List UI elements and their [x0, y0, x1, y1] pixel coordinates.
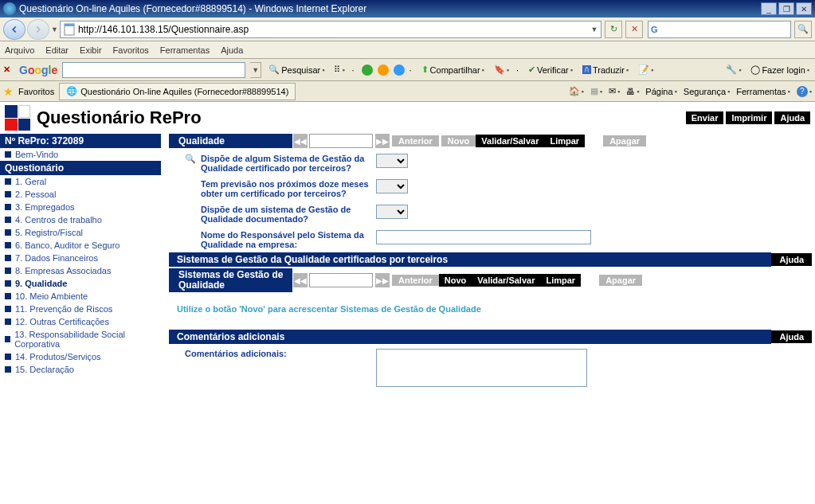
- question-row-1: 🔍Dispõe de algum Sistema de Gestão da Qu…: [169, 150, 812, 176]
- menu-editar[interactable]: Editar: [45, 45, 69, 55]
- question-input-4[interactable]: [376, 230, 591, 244]
- share-button[interactable]: ⬆Compartilhar▪: [419, 64, 487, 75]
- sidebar-item-2[interactable]: 2. Pessoal: [0, 188, 161, 201]
- send-button[interactable]: Enviar: [686, 111, 724, 124]
- menu-exibir[interactable]: Exibir: [80, 45, 102, 55]
- menu-ferramentas[interactable]: Ferramentas: [160, 45, 210, 55]
- browser-tab[interactable]: 🌐 Questionário On-line Aquiles (Forneced…: [59, 83, 296, 100]
- sgq-last-button[interactable]: ▶▶: [375, 273, 390, 287]
- qualidade-title: Qualidade: [169, 134, 292, 148]
- toolbar-close[interactable]: ✕: [3, 64, 14, 75]
- certificados-ajuda-button[interactable]: Ajuda: [771, 253, 812, 266]
- feeds-button[interactable]: ▦▪: [590, 86, 602, 96]
- dot-green-icon[interactable]: [362, 64, 373, 76]
- minimize-button[interactable]: _: [761, 2, 777, 15]
- certificados-title: Sistemas de Gestão da Qualidade certific…: [169, 252, 771, 267]
- sidebar-item-6[interactable]: 6. Banco, Auditor e Seguro: [0, 239, 161, 252]
- address-input[interactable]: [78, 21, 588, 37]
- google-search-input[interactable]: [62, 62, 245, 78]
- security-menu[interactable]: Segurança▪: [684, 87, 730, 96]
- first-record-button[interactable]: ◀◀: [293, 134, 308, 148]
- google-search-dropdown[interactable]: ▼: [250, 62, 261, 78]
- login-button[interactable]: ◯ Fazer login▪: [748, 64, 812, 75]
- close-button[interactable]: ✕: [796, 2, 812, 15]
- svg-rect-1: [65, 24, 74, 26]
- nav-toolbar: ▼ ▼ ↻ ✕ G 🔍: [0, 18, 815, 41]
- sgq-anterior-button[interactable]: Anterior: [392, 275, 439, 286]
- sgq-apagar-button[interactable]: Apagar: [599, 275, 642, 286]
- page-menu[interactable]: Página▪: [645, 87, 676, 96]
- sidebar-item-10[interactable]: 10. Meio Ambiente: [0, 290, 161, 303]
- novo-button[interactable]: Novo: [441, 135, 476, 147]
- sidebar-item-4[interactable]: 4. Centros de trabalho: [0, 213, 161, 226]
- comentarios-textarea[interactable]: [376, 349, 587, 387]
- print-page-button[interactable]: Imprimir: [726, 111, 772, 124]
- menu-favoritos[interactable]: Favoritos: [113, 45, 149, 55]
- dot-blue-icon[interactable]: [394, 64, 405, 76]
- address-dropdown[interactable]: ▼: [588, 25, 601, 33]
- toolbar-more[interactable]: ⠿ ▪: [331, 64, 347, 75]
- sidebar-item-3[interactable]: 3. Empregados: [0, 201, 161, 213]
- sidebar-item-13[interactable]: 13. Responsabilidade Social Corporativa: [0, 328, 161, 350]
- refresh-button[interactable]: ↻: [605, 21, 622, 38]
- question-row-4: Nome do Responsável pelo Sistema da Qual…: [169, 227, 812, 252]
- menu-ajuda[interactable]: Ajuda: [221, 45, 243, 55]
- sidebar-item-1[interactable]: 1. Geral: [0, 175, 161, 188]
- question-select-3[interactable]: [376, 205, 408, 219]
- sgq-limpar-button[interactable]: Limpar: [540, 274, 581, 287]
- limpar-button[interactable]: Limpar: [544, 135, 585, 147]
- sidebar-welcome[interactable]: Bem-Vindo: [0, 148, 161, 161]
- sidebar-item-14[interactable]: 14. Produtos/Serviços: [0, 350, 161, 363]
- sidebar-item-15[interactable]: 15. Declaração: [0, 363, 161, 376]
- restore-button[interactable]: ❐: [778, 2, 794, 15]
- sgq-first-button[interactable]: ◀◀: [293, 273, 308, 287]
- comentarios-row: Comentários adicionais:: [169, 344, 812, 390]
- repro-logo: [5, 105, 30, 131]
- sgq-novo-button[interactable]: Novo: [439, 274, 472, 287]
- google-search-button[interactable]: 🔍Pesquisar▪: [266, 64, 327, 75]
- anterior-button[interactable]: Anterior: [392, 135, 439, 147]
- favorites-label[interactable]: Favoritos: [18, 87, 54, 96]
- sidebar-item-5[interactable]: 5. Registro/Fiscal: [0, 226, 161, 239]
- help-menu[interactable]: ?▪: [797, 86, 812, 97]
- question-text: Dispõe de um sistema de Gestão de Qualid…: [201, 205, 376, 224]
- sidebar-item-11[interactable]: 11. Prevenção de Riscos: [0, 303, 161, 315]
- sidebar-item-9[interactable]: 9. Qualidade: [0, 277, 161, 290]
- wrench-button[interactable]: 🔧▪: [723, 64, 743, 75]
- window-title: Questionário On-line Aquiles (Fornecedor…: [19, 3, 761, 14]
- print-button[interactable]: 🖶▪: [626, 87, 639, 96]
- sgq-hint: Utilize o botão 'Novo' para acrescentar …: [169, 295, 812, 330]
- record-nav-input[interactable]: [309, 134, 373, 148]
- sgq-validar-button[interactable]: Validar/Salvar: [472, 274, 540, 287]
- dot-orange-icon[interactable]: [378, 64, 389, 76]
- autofill-button[interactable]: 📝▪: [636, 64, 656, 75]
- stop-button[interactable]: ✕: [625, 21, 643, 38]
- question-select-1[interactable]: [376, 154, 408, 168]
- translate-button[interactable]: 🅰Traduzir▪: [580, 65, 631, 75]
- sidebar-item-7[interactable]: 7. Dados Financeiros: [0, 252, 161, 264]
- mail-button[interactable]: ✉▪: [609, 86, 620, 96]
- sidebar-item-8[interactable]: 8. Empresas Associadas: [0, 264, 161, 277]
- page-icon: [63, 23, 76, 36]
- question-select-2[interactable]: [376, 179, 408, 193]
- help-page-button[interactable]: Ajuda: [774, 111, 810, 124]
- home-button[interactable]: 🏠▪: [569, 86, 584, 96]
- question-row-2: Tem previsão nos próximos doze meses obt…: [169, 176, 812, 201]
- browser-search-input[interactable]: [660, 24, 790, 35]
- bookmarks-button[interactable]: 🔖▪: [492, 64, 511, 75]
- search-go-button[interactable]: 🔍: [794, 21, 812, 38]
- forward-button[interactable]: [27, 19, 49, 40]
- menu-arquivo[interactable]: Arquivo: [5, 45, 34, 55]
- apagar-button[interactable]: Apagar: [603, 135, 646, 147]
- back-button[interactable]: [3, 19, 25, 40]
- sgq-record-input[interactable]: [309, 273, 373, 287]
- last-record-button[interactable]: ▶▶: [375, 134, 390, 148]
- tools-menu[interactable]: Ferramentas▪: [736, 87, 790, 96]
- verify-button[interactable]: ✔Verificar▪: [526, 64, 575, 75]
- comentarios-ajuda-button[interactable]: Ajuda: [771, 330, 812, 343]
- favorites-star-icon[interactable]: ★: [3, 85, 14, 98]
- validar-button[interactable]: Validar/Salvar: [476, 135, 544, 147]
- window-titlebar: Questionário On-line Aquiles (Fornecedor…: [0, 0, 815, 18]
- nav-history-dropdown[interactable]: ▼: [51, 25, 58, 33]
- sidebar-item-12[interactable]: 12. Outras Certificações: [0, 315, 161, 328]
